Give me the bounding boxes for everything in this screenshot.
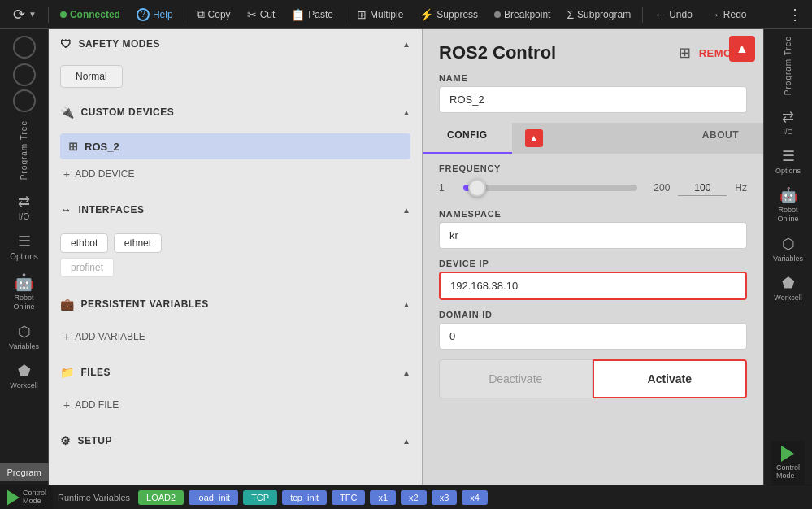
workcell-icon-left: ⬟: [18, 362, 31, 380]
frequency-thumb[interactable]: [468, 179, 486, 197]
right-sidebar-robot-online[interactable]: 🤖 RobotOnline: [766, 181, 810, 228]
control-mode-right[interactable]: ControlMode: [771, 441, 805, 485]
namespace-input[interactable]: [439, 222, 747, 249]
shield-icon: 🛡: [60, 37, 72, 50]
custom-devices-header[interactable]: 🔌 CUSTOM DEVICES ▲: [49, 98, 422, 127]
warning-tab-icon: ▲: [525, 129, 543, 147]
var-tag-x4[interactable]: x4: [462, 490, 488, 505]
sidebar-variables[interactable]: ⬡ Variables: [2, 318, 46, 355]
plug-icon: 🔌: [60, 106, 75, 119]
separator: [48, 7, 49, 23]
name-input[interactable]: [439, 86, 747, 113]
add-variable-item[interactable]: + ADD VARIABLE: [60, 325, 410, 348]
namespace-label: NAMESPACE: [423, 209, 763, 222]
var-tag-tfc[interactable]: TFC: [332, 490, 365, 505]
cut-button[interactable]: ✂ Cut: [241, 5, 282, 24]
robot-circle-1[interactable]: [13, 36, 36, 59]
io-icon-right: ⇄: [782, 108, 794, 126]
workcell-label-right: Workcell: [774, 294, 801, 302]
right-sidebar-workcell[interactable]: ⬟ Workcell: [766, 269, 810, 307]
custom-devices-title: 🔌 CUSTOM DEVICES: [60, 106, 174, 119]
var-tag-x2[interactable]: x2: [401, 490, 427, 505]
add-variable-plus: +: [63, 330, 70, 343]
program-tree-label-right[interactable]: Program Tree: [784, 36, 792, 95]
sidebar-options[interactable]: ☰ Options: [2, 228, 46, 266]
variables-label-right: Variables: [773, 254, 803, 263]
workcell-icon-right: ⬟: [782, 274, 795, 292]
frequency-value-input[interactable]: [678, 181, 727, 196]
io-label-right: I/O: [783, 128, 792, 136]
var-tag-x1[interactable]: x1: [370, 490, 396, 505]
var-tag-tcp-init[interactable]: tcp_init: [282, 490, 327, 505]
add-device-item[interactable]: + ADD DEVICE: [60, 163, 410, 185]
files-header[interactable]: 📁 FILES ▲: [49, 358, 422, 387]
variables-label-left: Variables: [9, 342, 39, 350]
interfaces-icon: ↔: [60, 203, 72, 216]
robot-circle-2[interactable]: [13, 63, 36, 86]
config-tab[interactable]: CONFIG: [423, 123, 512, 154]
robot-circle-3[interactable]: [13, 89, 36, 112]
interfaces-header[interactable]: ↔ INTERFACES ▲: [49, 195, 422, 224]
var-tag-load-init[interactable]: load_init: [189, 490, 238, 505]
setup-header[interactable]: ⚙ SETUP ▲: [49, 426, 422, 455]
undo-button[interactable]: ← Undo: [648, 5, 699, 24]
control-mode-left[interactable]: ControlMode: [0, 485, 53, 510]
folder-icon: 📁: [60, 366, 75, 379]
more-button[interactable]: ⋮: [784, 2, 805, 27]
profinet-tag[interactable]: profinet: [60, 258, 114, 277]
control-mode-btn-right[interactable]: ControlMode: [771, 441, 805, 485]
persistent-variables-chevron: ▲: [402, 300, 410, 309]
safety-modes-header[interactable]: 🛡 SAFETY MODES ▲: [49, 29, 422, 59]
domain-id-input[interactable]: [439, 323, 747, 350]
robot-menu[interactable]: ⟳ ▼: [7, 2, 43, 27]
sidebar-io[interactable]: ⇄ I/O: [2, 188, 46, 226]
program-tree-label-left[interactable]: Program Tree: [20, 120, 28, 180]
options-icon-left: ☰: [18, 233, 31, 250]
var-tag-tcp[interactable]: TCP: [243, 490, 277, 505]
sidebar-workcell[interactable]: ⬟ Workcell: [2, 357, 46, 394]
layout-icon[interactable]: ⊞: [679, 44, 691, 62]
warning-icon: ▲: [729, 36, 755, 62]
var-tag-load2[interactable]: LOAD2: [138, 490, 184, 505]
deactivate-button[interactable]: Deactivate: [439, 359, 593, 398]
files-content: + ADD FILE: [49, 387, 422, 426]
ethnet-tag[interactable]: ethnet: [114, 233, 162, 253]
domain-id-label: DOMAIN ID: [423, 310, 763, 323]
persistent-variables-header[interactable]: 💼 PERSISTENT VARIABLES ▲: [49, 289, 422, 319]
activate-button[interactable]: Activate: [593, 359, 748, 398]
multiple-button[interactable]: ⊞ Multiple: [350, 5, 410, 24]
action-buttons: Deactivate Activate: [439, 359, 747, 398]
ros2-title: ROS2 Control: [439, 42, 556, 63]
paste-button[interactable]: 📋 Paste: [284, 5, 340, 24]
about-tab[interactable]: ABOUT: [678, 123, 763, 154]
connected-status[interactable]: Connected: [54, 6, 127, 24]
files-chevron: ▲: [402, 368, 410, 377]
play-icon-right: [781, 446, 794, 462]
sidebar-robot-online[interactable]: 🤖 RobotOnline: [2, 268, 46, 316]
var-tag-x3[interactable]: x3: [432, 490, 458, 505]
right-sidebar-variables[interactable]: ⬡ Variables: [766, 230, 810, 268]
left-sidebar: Program Tree ⇄ I/O ☰ Options 🤖 RobotOnli…: [0, 29, 49, 485]
suppress-button[interactable]: ⚡ Suppress: [413, 5, 484, 24]
right-sidebar-options[interactable]: ☰ Options: [766, 142, 810, 180]
normal-button[interactable]: Normal: [60, 65, 123, 88]
add-file-item[interactable]: + ADD FILE: [60, 394, 410, 416]
right-sidebar-io[interactable]: ⇄ I/O: [766, 103, 810, 141]
redo-button[interactable]: → Redo: [702, 5, 753, 24]
separator4: [642, 7, 643, 23]
device-ip-input[interactable]: [439, 272, 747, 300]
ros2-device-item[interactable]: ⊞ ROS_2: [60, 133, 410, 159]
ethbot-tag[interactable]: ethbot: [60, 233, 108, 253]
warning-triangle: ▲: [729, 36, 755, 62]
breakpoint-dot: [494, 11, 501, 18]
persistent-variables-content: + ADD VARIABLE: [49, 319, 422, 358]
breakpoint-button[interactable]: Breakpoint: [488, 6, 557, 24]
robot-online-icon-right: 🤖: [779, 186, 797, 204]
copy-button[interactable]: ⧉ Copy: [190, 4, 237, 24]
custom-devices-content: ⊞ ROS_2 + ADD DEVICE: [49, 127, 422, 195]
subprogram-button[interactable]: Σ Subprogram: [560, 5, 637, 24]
help-button[interactable]: ? Help: [130, 5, 180, 24]
options-label-right: Options: [775, 167, 801, 175]
add-device-plus: +: [63, 167, 70, 181]
program-button[interactable]: Program: [0, 463, 50, 481]
